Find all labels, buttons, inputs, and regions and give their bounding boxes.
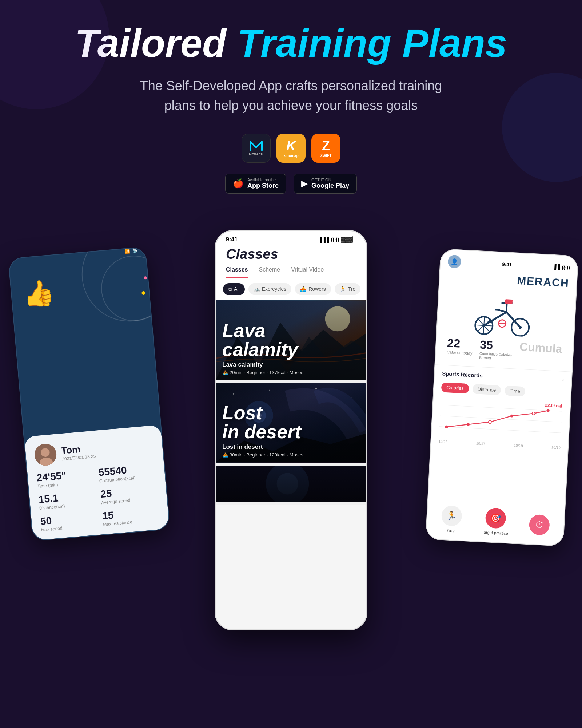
center-status-icons: ▐▐▐ ((·)) ▓▓▓▏ [318,237,356,242]
phone-left: 📶 📡 🔋 👍 Finished training owing machine … [8,246,171,541]
desert-class-meta: 🚣 30min · Beginner · 120kcal · Moses [222,452,360,458]
tab-classes[interactable]: Classes [226,266,248,278]
chart-label-2: 10/17 [476,441,486,446]
right-signal-icon: ▐▐ [553,264,560,270]
svg-line-35 [495,309,500,310]
svg-point-45 [547,409,550,412]
googleplay-small: GET IT ON [311,178,349,182]
tab-distance[interactable]: Distance [472,384,501,395]
target-label: Target practice [482,530,508,535]
svg-point-41 [467,423,470,426]
desert-big-title: Lostin desert [222,403,360,441]
desert-card[interactable]: Lostin desert Lost in desert 🚣 30min · B… [216,383,366,463]
merach-logo[interactable]: MERACH [242,134,271,163]
third-card[interactable] [216,466,366,502]
center-status-bar: 9:41 ▐▐▐ ((·)) ▓▓▓▏ [216,231,366,243]
svg-line-37 [441,405,563,411]
calories-row: 22 Calories today 35 Cumulative Calories… [435,336,573,370]
hero-title-blue: Training Plans [237,21,507,65]
filter-treadmill[interactable]: 🏃 Tre [335,283,360,295]
classes-content: Lavacalamity Lava calamity 🚣 20min · Beg… [216,300,366,505]
center-phone-header: Classes Classes Scheme Vritual Video [216,243,366,278]
svg-line-27 [506,303,507,312]
stats-card: Tom 2021/03/01 18:35 24'55" Time (min) 5… [24,425,170,541]
calories-today: 22 Calories today [446,336,473,359]
svg-point-40 [445,425,448,428]
appstore-small: Available on the [247,178,279,182]
cumulative-calories: 35 Cumulative Calories Burned [479,338,513,361]
stats-grid: 24'55" Time (min) 55540 Consumption(kcal… [36,462,160,533]
rower2-icon: 🚣 [222,452,228,458]
svg-point-43 [510,414,513,417]
target-item[interactable]: 🎯 Target practice [482,507,509,535]
filter-rowers[interactable]: 🚣 Rowers [295,283,331,295]
svg-point-42 [489,420,491,423]
calories-today-value: 22 [447,336,473,351]
bike-icon: 🚲 [254,286,260,292]
chart-area: 22.0kcal [431,392,570,446]
phones-area: 📶 📡 🔋 👍 Finished training owing machine … [0,230,582,707]
bike-svg [465,293,547,337]
tab-virtual-video[interactable]: Vritual Video [291,266,324,278]
store-badges: 🍎 Available on the App Store ▶ GET IT ON… [36,174,546,194]
filter-all[interactable]: ⧉ All [223,283,245,295]
phone-center: 9:41 ▐▐▐ ((·)) ▓▓▓▏ Classes Classes Sche… [215,230,367,630]
googleplay-badge[interactable]: ▶ GET IT ON Google Play [294,174,357,194]
hero-subtitle: The Self-Developed App crafts personaliz… [127,76,455,115]
phone-right: 👤 9:41 ▐▐ ((·)) MERACH [425,248,578,546]
battery-icon: ▓▓▓▏ [341,237,356,242]
svg-line-25 [484,311,506,327]
kinomap-label: kinomap [283,154,298,158]
run-icon: 🏃 [340,286,346,292]
lava-calamity-card[interactable]: Lavacalamity Lava calamity 🚣 20min · Beg… [216,300,366,380]
user-row: Tom 2021/03/01 18:35 [34,434,155,466]
chart-label-3: 10/18 [514,443,523,448]
merach-logo: MERACH [517,274,569,289]
calories-today-label: Calories today [447,350,473,356]
timer-icon: ⏱ [529,514,550,535]
running-label: ning [447,528,455,533]
resistance-stat: 15 Max resistance [102,505,160,527]
filter-exercycles[interactable]: 🚲 Exercycles [248,283,292,295]
bike-image-container [437,292,575,339]
chart-label-4: 10/19 [551,445,561,450]
chevron-right-icon: › [562,376,564,383]
signal-bars-icon: ▐▐▐ [318,237,329,242]
right-time: 9:41 [502,261,512,267]
row-icon: 🚣 [300,286,306,292]
third-card-overlay [216,466,366,502]
zwift-logo[interactable]: Z ZWIFT [311,134,340,163]
desert-card-content: Lostin desert Lost in desert 🚣 30min · B… [222,403,360,458]
right-wifi-icon: ((·)) [562,264,570,270]
chart-svg [439,396,563,442]
tab-calories[interactable]: Calories [441,382,469,393]
timer-item[interactable]: ⏱ [529,514,550,538]
merach-label: MERACH [249,153,263,156]
lava-card-content: Lavacalamity Lava calamity 🚣 20min · Beg… [222,321,360,375]
running-item[interactable]: 🏃 ning [441,505,462,533]
zwift-label: ZWIFT [320,154,332,158]
thumb-up-icon: 👍 [21,277,56,309]
hero-title: Tailored Training Plans [36,22,546,65]
google-play-icon: ▶ [301,178,308,189]
kinomap-logo[interactable]: K kinomap [276,134,306,163]
filter-all-label: All [234,286,240,292]
chart-value: 22.0kcal [545,403,562,408]
layers-icon: ⧉ [228,286,232,292]
time-stat: 24'55" Time (min) [36,467,94,489]
wifi-icon: ((·)) [331,237,339,242]
target-practice-icon: 🎯 [485,507,506,529]
avg-speed-stat: 25 Average speed [100,484,158,506]
apple-icon: 🍎 [233,178,244,189]
svg-line-26 [506,312,521,327]
svg-point-44 [532,412,535,415]
appstore-badge[interactable]: 🍎 Available on the App Store [225,174,286,194]
tab-time[interactable]: Time [505,385,526,396]
tab-scheme[interactable]: Scheme [259,266,280,278]
filter-treadmill-label: Tre [348,286,355,292]
lava-class-meta: 🚣 20min · Beginner · 137kcal · Moses [222,370,360,375]
lava-big-title: Lavacalamity [222,321,360,359]
appstore-big: App Store [247,182,279,190]
distance-stat: 15.1 Distance(km) [38,489,96,511]
avatar [34,443,57,466]
